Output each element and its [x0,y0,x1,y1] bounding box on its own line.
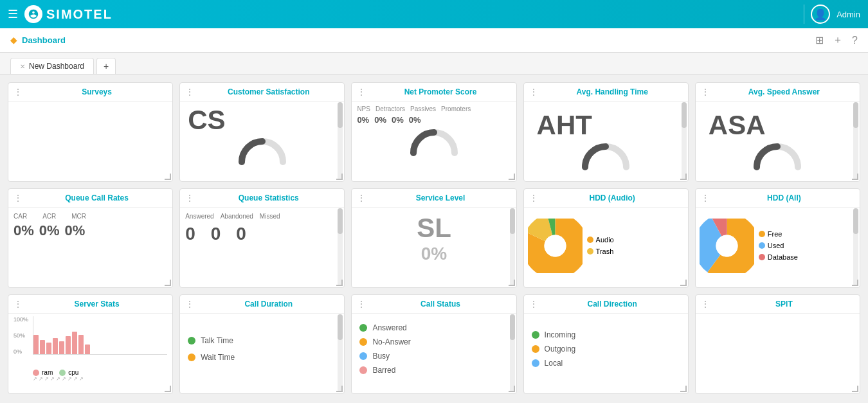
hdd-audio-menu-icon[interactable]: ⋮ [529,193,538,203]
cdir-title: Call Direction [542,300,683,309]
cd-scrollbar[interactable] [338,314,343,392]
sl-resize[interactable] [509,280,515,286]
sl-scrollbar[interactable] [510,208,515,286]
qs-title: Queue Statistics [198,193,339,202]
legend-free-dot [759,231,765,237]
spit-menu-icon[interactable]: ⋮ [701,299,710,309]
cd-resize[interactable] [336,386,343,392]
surveys-resize[interactable] [165,174,171,180]
legend-used-label: Used [768,242,784,249]
widget-call-duration: ⋮ Call Duration Talk Time Wait Time [179,294,345,394]
spit-body [696,314,860,384]
qs-body: Answered Abandoned Missed 0 0 0 [180,208,344,249]
aht-menu-icon[interactable]: ⋮ [529,87,538,97]
breadcrumb-label: Dashboard [22,35,66,45]
nps-arc [357,127,511,156]
hdd-all-menu-icon[interactable]: ⋮ [701,193,710,203]
server-menu-icon[interactable]: ⋮ [14,299,23,309]
surveys-menu-icon[interactable]: ⋮ [14,87,23,97]
legend-ram-dot [33,370,39,376]
nps-title: Net Promoter Score [370,87,511,96]
legend-audio-label: Audio [596,236,614,244]
cs2-dot-answered [359,324,367,332]
legend-ram-label: ram [42,369,53,376]
tab-close-icon[interactable]: ✕ [20,63,25,70]
cs2-item-barred: Barred [359,366,508,375]
hdd-audio-title: HDD (Audio) [542,193,683,202]
hdd-audio-pie [527,210,584,281]
sl-menu-icon[interactable]: ⋮ [357,193,366,203]
aht-resize[interactable] [680,174,687,180]
cs2-dot-noanswer [359,338,367,346]
dashboard-grid: ⋮ Surveys ⋮ Customer Satisfaction CS ⋮ N [0,75,868,402]
cdir-item-outgoing: Outgoing [532,345,680,354]
server-label-0: 0% [14,348,28,355]
qcr-label-acr: ACR [42,213,56,220]
cs-resize[interactable] [336,174,343,180]
add-tab-button[interactable]: + [96,58,116,74]
hdd-all-resize[interactable] [852,280,858,286]
tab-label: New Dashboard [29,62,84,71]
cdir-label-local: Local [545,359,563,368]
svg-point-7 [716,235,738,256]
cdir-dot-outgoing [532,345,539,353]
spit-title: SPIT [714,300,854,309]
qcr-menu-icon[interactable]: ⋮ [14,193,23,203]
qs-scrollbar[interactable] [338,208,343,286]
hdd-all-scrollbar[interactable] [853,208,858,286]
legend-database: Database [759,253,798,261]
qcr-val-car: 0% [14,222,34,239]
qcr-title: Queue Call Rates [26,193,167,202]
server-resize[interactable] [165,386,171,392]
widget-server-stats: ⋮ Server Stats 100% 50% 0% ram [8,294,173,394]
save-icon[interactable]: ⊞ [815,34,824,46]
nps-menu-icon[interactable]: ⋮ [357,87,366,97]
spit-resize[interactable] [852,386,858,392]
cs2-resize[interactable] [509,386,515,392]
qs-resize[interactable] [336,280,343,286]
nps-header: ⋮ Net Promoter Score [352,83,516,102]
asa-resize[interactable] [852,174,858,180]
widget-asa: ⋮ Avg. Speed Answer ASA [695,82,860,182]
server-title: Server Stats [26,300,167,309]
cd-item-talktime: Talk Time [188,336,233,345]
cs2-dot-busy [359,352,367,360]
cs2-label-noanswer: No-Answer [372,337,410,346]
cd-menu-icon[interactable]: ⋮ [185,299,194,309]
asa-header: ⋮ Avg. Speed Answer [696,83,860,102]
cdir-label-incoming: Incoming [545,330,576,339]
nps-resize[interactable] [509,174,515,180]
hdd-audio-resize[interactable] [680,280,687,286]
legend-trash-label: Trash [596,247,614,255]
qcr-resize[interactable] [165,280,171,286]
cs2-menu-icon[interactable]: ⋮ [357,299,366,309]
cs-scrollbar[interactable] [338,102,343,180]
admin-avatar[interactable]: 👤 [811,4,830,24]
server-chart: 100% 50% 0% [14,316,167,368]
help-icon[interactable]: ? [852,35,858,46]
qs-val-answered: 0 [185,224,195,244]
nps-val-detractors: 0% [374,115,386,125]
cs2-scrollbar[interactable] [510,314,515,392]
asa-scrollbar[interactable] [853,102,858,180]
widget-hdd-audio: ⋮ HDD (Audio) Audio [523,188,689,288]
qs-val-abandoned: 0 [211,224,221,244]
legend-cpu: cpu [59,369,78,376]
tab-new-dashboard[interactable]: ✕ New Dashboard [10,58,94,74]
widget-hdd-all: ⋮ HDD (All) Free [695,188,860,288]
cdir-menu-icon[interactable]: ⋮ [529,299,538,309]
asa-menu-icon[interactable]: ⋮ [701,87,710,97]
widget-surveys: ⋮ Surveys [8,82,173,182]
hamburger-menu[interactable]: ☰ [8,7,18,21]
add-icon[interactable]: ＋ [833,33,843,47]
qs-menu-icon[interactable]: ⋮ [185,193,194,203]
nps-label-nps: NPS [357,105,370,112]
cs2-body: Answered No-Answer Busy Barred [352,314,516,384]
nps-label-detractors: Detractors [375,105,405,112]
qcr-header: ⋮ Queue Call Rates [8,189,172,208]
widget-surveys-header: ⋮ Surveys [8,83,172,102]
cdir-resize[interactable] [680,386,687,392]
aht-scrollbar[interactable] [682,102,687,180]
cs-menu-icon[interactable]: ⋮ [185,87,194,97]
cs-header: ⋮ Customer Satisfaction [180,83,344,102]
